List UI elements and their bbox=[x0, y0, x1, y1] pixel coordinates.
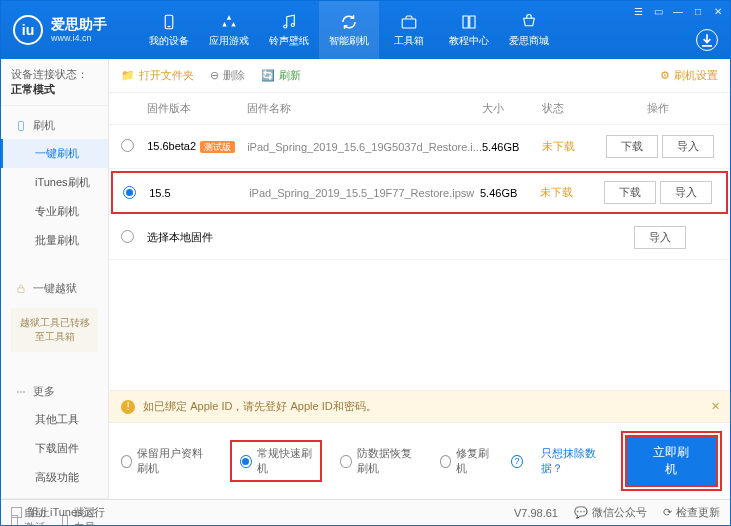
wechat-link[interactable]: 💬微信公众号 bbox=[574, 505, 647, 520]
appleid-notice: ! 如已绑定 Apple ID，请先登好 Apple ID和密码。 ✕ bbox=[109, 390, 730, 422]
minimize-icon[interactable]: — bbox=[672, 5, 684, 17]
flash-modes: 保留用户资料刷机 常规快速刷机 防数据恢复刷机 修复刷机 ? 只想抹除数据？ 立… bbox=[109, 422, 730, 499]
block-itunes-checkbox[interactable] bbox=[11, 507, 22, 518]
download-button[interactable]: 下载 bbox=[606, 135, 658, 158]
import-button[interactable]: 导入 bbox=[660, 181, 712, 204]
warning-icon: ! bbox=[121, 400, 135, 414]
wechat-icon: 💬 bbox=[574, 506, 588, 519]
update-icon: ⟳ bbox=[663, 506, 672, 519]
toolbar: 📁打开文件夹 ⊖删除 🔄刷新 ⚙刷机设置 bbox=[109, 59, 730, 93]
cart-icon bbox=[520, 13, 538, 31]
delete-icon: ⊖ bbox=[210, 69, 219, 82]
footer: 阻止iTunes运行 V7.98.61 💬微信公众号 ⟳检查更新 bbox=[1, 499, 730, 525]
skin-icon[interactable]: ▭ bbox=[652, 5, 664, 17]
refresh-icon: 🔄 bbox=[261, 69, 275, 82]
version-label: V7.98.61 bbox=[514, 505, 558, 520]
menu-icon[interactable]: ☰ bbox=[632, 5, 644, 17]
flash-settings-button[interactable]: ⚙刷机设置 bbox=[660, 68, 718, 83]
open-folder-button[interactable]: 📁打开文件夹 bbox=[121, 68, 194, 83]
brand-url: www.i4.cn bbox=[51, 33, 92, 43]
logo: iu 爱思助手 www.i4.cn bbox=[1, 15, 119, 45]
row-radio[interactable] bbox=[121, 139, 134, 152]
sidebar-hdr-more[interactable]: 更多 bbox=[1, 378, 108, 405]
logo-icon: iu bbox=[13, 15, 43, 45]
flash-icon bbox=[15, 120, 27, 132]
toolbox-icon bbox=[400, 13, 418, 31]
flash-now-button[interactable]: 立即刷机 bbox=[625, 435, 718, 487]
delete-button[interactable]: ⊖删除 bbox=[210, 68, 245, 83]
sidebar-hdr-flash[interactable]: 刷机 bbox=[1, 112, 108, 139]
nav-toolbox[interactable]: 工具箱 bbox=[379, 1, 439, 59]
row-radio[interactable] bbox=[121, 230, 134, 243]
svg-rect-5 bbox=[19, 121, 24, 130]
sidebar-item-pro[interactable]: 专业刷机 bbox=[1, 197, 108, 226]
titlebar: iu 爱思助手 www.i4.cn 我的设备 应用游戏 铃声壁纸 智能刷机 工具… bbox=[1, 1, 730, 59]
sidebar-item-download[interactable]: 下载固件 bbox=[1, 434, 108, 463]
jailbreak-notice: 越狱工具已转移至工具箱 bbox=[11, 308, 98, 352]
sidebar-item-batch[interactable]: 批量刷机 bbox=[1, 226, 108, 255]
refresh-icon bbox=[340, 13, 358, 31]
sidebar-hdr-jailbreak[interactable]: 一键越狱 bbox=[1, 275, 108, 302]
sidebar-item-oneclick[interactable]: 一键刷机 bbox=[1, 139, 108, 168]
svg-point-9 bbox=[23, 391, 25, 393]
gear-icon: ⚙ bbox=[660, 69, 670, 82]
lock-icon bbox=[15, 283, 27, 295]
folder-icon: 📁 bbox=[121, 69, 135, 82]
more-icon bbox=[15, 386, 27, 398]
row-radio[interactable] bbox=[123, 186, 136, 199]
close-icon[interactable]: ✕ bbox=[711, 400, 720, 413]
mode-anti-recovery[interactable]: 防数据恢复刷机 bbox=[340, 446, 422, 476]
sidebar-item-other[interactable]: 其他工具 bbox=[1, 405, 108, 434]
table-row[interactable]: 15.6beta2测试版 iPad_Spring_2019_15.6_19G50… bbox=[109, 125, 730, 169]
window-controls: ☰ ▭ — □ ✕ bbox=[632, 5, 724, 17]
svg-point-3 bbox=[291, 23, 294, 26]
nav-store[interactable]: 爱思商城 bbox=[499, 1, 559, 59]
main-nav: 我的设备 应用游戏 铃声壁纸 智能刷机 工具箱 教程中心 爱思商城 bbox=[139, 1, 559, 59]
update-link[interactable]: ⟳检查更新 bbox=[663, 505, 720, 520]
nav-tutorial[interactable]: 教程中心 bbox=[439, 1, 499, 59]
svg-point-8 bbox=[20, 391, 22, 393]
svg-point-7 bbox=[17, 391, 19, 393]
help-icon[interactable]: ? bbox=[511, 455, 522, 468]
connection-status: 设备连接状态：正常模式 bbox=[1, 59, 108, 106]
brand-name: 爱思助手 bbox=[51, 17, 107, 31]
nav-apps[interactable]: 应用游戏 bbox=[199, 1, 259, 59]
refresh-button[interactable]: 🔄刷新 bbox=[261, 68, 301, 83]
download-icon[interactable] bbox=[696, 29, 718, 51]
svg-point-2 bbox=[284, 25, 287, 28]
sidebar-item-itunes[interactable]: iTunes刷机 bbox=[1, 168, 108, 197]
mode-keep-data[interactable]: 保留用户资料刷机 bbox=[121, 446, 212, 476]
nav-ringtone[interactable]: 铃声壁纸 bbox=[259, 1, 319, 59]
svg-rect-4 bbox=[402, 19, 416, 28]
phone-icon bbox=[160, 13, 178, 31]
sidebar: 设备连接状态：正常模式 刷机 一键刷机 iTunes刷机 专业刷机 批量刷机 一… bbox=[1, 59, 109, 499]
table-header: 固件版本 固件名称 大小 状态 操作 bbox=[109, 93, 730, 125]
mode-normal[interactable]: 常规快速刷机 bbox=[230, 440, 322, 482]
close-icon[interactable]: ✕ bbox=[712, 5, 724, 17]
mode-repair[interactable]: 修复刷机 bbox=[440, 446, 493, 476]
beta-tag: 测试版 bbox=[200, 141, 235, 153]
book-icon bbox=[460, 13, 478, 31]
nav-my-device[interactable]: 我的设备 bbox=[139, 1, 199, 59]
erase-link[interactable]: 只想抹除数据？ bbox=[541, 446, 607, 476]
svg-rect-6 bbox=[18, 288, 24, 293]
nav-flash[interactable]: 智能刷机 bbox=[319, 1, 379, 59]
import-button[interactable]: 导入 bbox=[662, 135, 714, 158]
download-button[interactable]: 下载 bbox=[604, 181, 656, 204]
table-row[interactable]: 15.5 iPad_Spring_2019_15.5_19F77_Restore… bbox=[111, 171, 728, 214]
maximize-icon[interactable]: □ bbox=[692, 5, 704, 17]
sidebar-item-advanced[interactable]: 高级功能 bbox=[1, 463, 108, 492]
import-button[interactable]: 导入 bbox=[634, 226, 686, 249]
main-panel: 📁打开文件夹 ⊖删除 🔄刷新 ⚙刷机设置 固件版本 固件名称 大小 状态 操作 … bbox=[109, 59, 730, 499]
local-firmware-row[interactable]: 选择本地固件 导入 bbox=[109, 216, 730, 260]
music-icon bbox=[280, 13, 298, 31]
app-icon bbox=[220, 13, 238, 31]
